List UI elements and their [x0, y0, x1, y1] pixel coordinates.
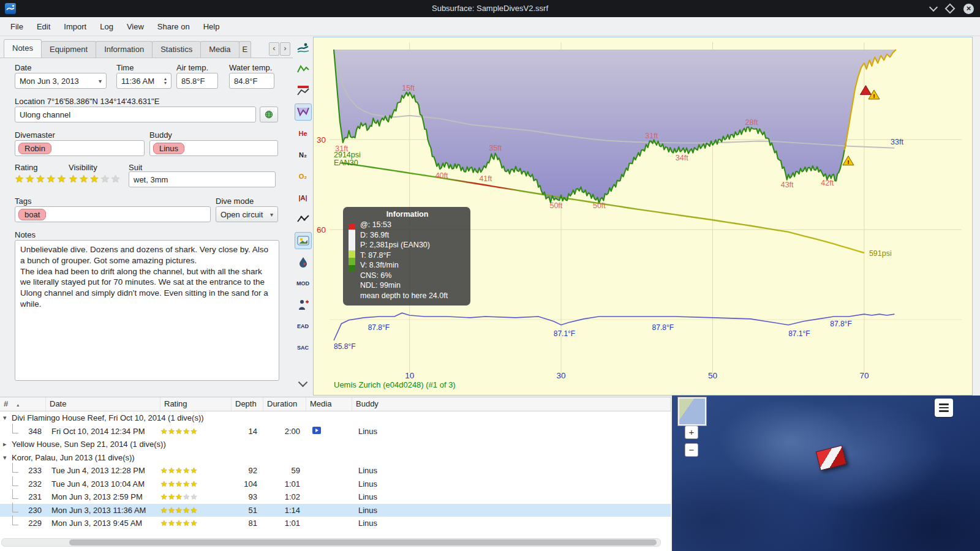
location-field[interactable]: Ulong channel: [15, 107, 256, 122]
column-header-depth[interactable]: Depth: [232, 397, 263, 411]
divemaster-field[interactable]: Robin: [15, 140, 145, 156]
tab-information[interactable]: Information: [96, 41, 153, 58]
buddy-tag[interactable]: Linus: [153, 143, 184, 154]
close-icon[interactable]: ×: [963, 4, 974, 14]
oxygen-graph-icon[interactable]: O₂: [295, 168, 312, 185]
star-5[interactable]: ★: [57, 173, 67, 185]
dive-profile[interactable]: 10305070306031ft15ft40ft41ft35ft50ft50ft…: [313, 37, 973, 395]
star-4[interactable]: ★: [47, 173, 57, 185]
dive-mode-select[interactable]: Open circuit ▾: [216, 206, 278, 222]
dive-row-233[interactable]: 233Tue Jun 4, 2013 12:28 PM★★★★★9259Linu…: [0, 464, 671, 478]
star-2[interactable]: ★: [79, 173, 89, 185]
star-3[interactable]: ★: [90, 173, 100, 185]
map-globe-button[interactable]: [260, 107, 278, 122]
tags-field[interactable]: boat: [15, 206, 211, 222]
horizontal-scrollbar[interactable]: [1, 538, 661, 547]
dive-rating: ★★★★★: [160, 466, 232, 475]
media-icon[interactable]: [312, 427, 321, 434]
menu-share-on[interactable]: Share on: [151, 19, 197, 34]
collapse-profile-icon[interactable]: [295, 375, 312, 392]
water-temp-field[interactable]: 84.8°F: [229, 73, 274, 89]
dive-computer-icon[interactable]: [295, 39, 312, 56]
star-1[interactable]: ★: [69, 173, 79, 185]
scrollbar-thumb[interactable]: [69, 539, 657, 545]
tissues-icon[interactable]: [295, 253, 312, 271]
column-header-media[interactable]: Media: [306, 397, 352, 411]
trip-label: Koror, Palau, Jun 2013 (11 dive(s)): [12, 453, 135, 462]
photos-icon[interactable]: [295, 232, 312, 249]
tab-scroll-right-icon[interactable]: ›: [280, 42, 290, 56]
column-header-buddy[interactable]: Buddy: [352, 397, 671, 411]
star-1[interactable]: ★: [15, 173, 25, 185]
zoom-in-button[interactable]: +: [685, 425, 698, 439]
tab-media[interactable]: Media: [200, 41, 239, 58]
rating-stars[interactable]: ★★★★★: [15, 173, 67, 186]
menu-import[interactable]: Import: [57, 19, 93, 34]
dive-row-348[interactable]: 348Fri Oct 10, 2014 12:34 PM★★★★★142:00L…: [0, 425, 671, 438]
star-3[interactable]: ★: [36, 173, 47, 185]
trend-icon[interactable]: [295, 211, 312, 228]
helium-graph-icon[interactable]: He: [295, 125, 312, 142]
tab-e[interactable]: E: [239, 41, 252, 58]
menu-edit[interactable]: Edit: [30, 19, 57, 34]
zoom-out-button[interactable]: −: [685, 443, 698, 457]
expand-trip-icon[interactable]: ▸: [3, 440, 12, 448]
dive-depth: 92: [232, 466, 263, 475]
title-bar[interactable]: Subsurface: SampleDivesV2.ssrf ×: [0, 0, 980, 17]
notes-textarea[interactable]: Unbelievable dive. Dozens and dozens of …: [15, 240, 279, 381]
buddy-field[interactable]: Linus: [149, 140, 278, 156]
dive-flag-marker[interactable]: [816, 445, 846, 471]
menu-log[interactable]: Log: [93, 19, 120, 34]
maximize-icon[interactable]: [945, 4, 956, 14]
column-header-rating[interactable]: Rating: [160, 397, 232, 411]
dc-ceiling-icon[interactable]: [295, 103, 312, 121]
dive-row-232[interactable]: 232Tue Jun 4, 2013 10:04 AM★★★★★1041:01L…: [0, 478, 671, 491]
time-spinner[interactable]: ▴▾: [164, 77, 167, 85]
column-header-date[interactable]: Date: [46, 397, 160, 411]
profile-tooltip[interactable]: Information @: 15:53D: 36.9ftP: 2,381psi…: [343, 207, 470, 305]
dive-row-231[interactable]: 231Mon Jun 3, 2013 2:59 PM★★★★★931:02Lin…: [0, 490, 671, 504]
tag-chip[interactable]: boat: [18, 209, 46, 220]
sac-icon[interactable]: SAC: [295, 339, 312, 356]
trip-row[interactable]: ▾Koror, Palau, Jun 2013 (11 dive(s)): [0, 451, 671, 465]
ruler-icon[interactable]: |A|: [295, 189, 312, 206]
dive-row-229[interactable]: 229Mon Jun 3, 2013 9:45 AM★★★★★811:01Lin…: [0, 517, 671, 530]
dive-date: Mon Jun 3, 2013 2:59 PM: [46, 492, 160, 501]
dive-map[interactable]: + −: [672, 395, 980, 551]
menu-help[interactable]: Help: [197, 19, 227, 34]
heartrate-icon[interactable]: [295, 296, 312, 313]
map-thumbnail[interactable]: [678, 397, 706, 425]
divemaster-tag[interactable]: Robin: [18, 143, 51, 154]
map-menu-button[interactable]: [935, 399, 953, 417]
tab-bar: NotesEquipmentInformationStatisticsMedia…: [4, 39, 290, 58]
ceiling-graph-icon[interactable]: [295, 82, 312, 99]
menu-file[interactable]: File: [4, 19, 30, 34]
column-header-num[interactable]: #▴: [0, 397, 46, 411]
tab-equipment[interactable]: Equipment: [41, 41, 96, 58]
star-2[interactable]: ★: [25, 173, 36, 185]
time-field[interactable]: 11:36 AM ▴▾: [116, 73, 172, 89]
dive-row-230[interactable]: 230Mon Jun 3, 2013 11:36 AM★★★★★511:14Li…: [0, 504, 671, 517]
pressure-graph-icon[interactable]: [295, 61, 312, 78]
star-5[interactable]: ★: [111, 173, 121, 185]
air-temp-field[interactable]: 85.8°F: [176, 73, 218, 89]
tab-scroll-left-icon[interactable]: ‹: [269, 42, 279, 56]
suit-field[interactable]: wet, 3mm: [129, 171, 276, 187]
trip-row[interactable]: ▾Divi Flamingo House Reef, Fri Oct 10, 2…: [0, 411, 671, 425]
svg-text:!: !: [873, 93, 875, 99]
collapse-trip-icon[interactable]: ▾: [3, 454, 12, 462]
star-4[interactable]: ★: [100, 173, 111, 185]
menu-view[interactable]: View: [120, 19, 151, 34]
ead-icon[interactable]: EAD: [295, 318, 312, 335]
nitrogen-graph-icon[interactable]: N₂: [295, 146, 312, 163]
tab-statistics[interactable]: Statistics: [152, 41, 201, 58]
mod-icon[interactable]: MOD: [295, 275, 312, 292]
minimize-icon[interactable]: [929, 3, 938, 12]
visibility-label: Visibility: [69, 163, 97, 172]
tab-notes[interactable]: Notes: [4, 39, 42, 58]
collapse-trip-icon[interactable]: ▾: [3, 414, 12, 422]
column-header-duration[interactable]: Duration: [263, 397, 306, 411]
visibility-stars[interactable]: ★★★★★: [69, 173, 121, 186]
trip-row[interactable]: ▸Yellow House, Sun Sep 21, 2014 (1 dive(…: [0, 438, 671, 451]
date-field[interactable]: Mon Jun 3, 2013 ▾: [15, 73, 107, 89]
